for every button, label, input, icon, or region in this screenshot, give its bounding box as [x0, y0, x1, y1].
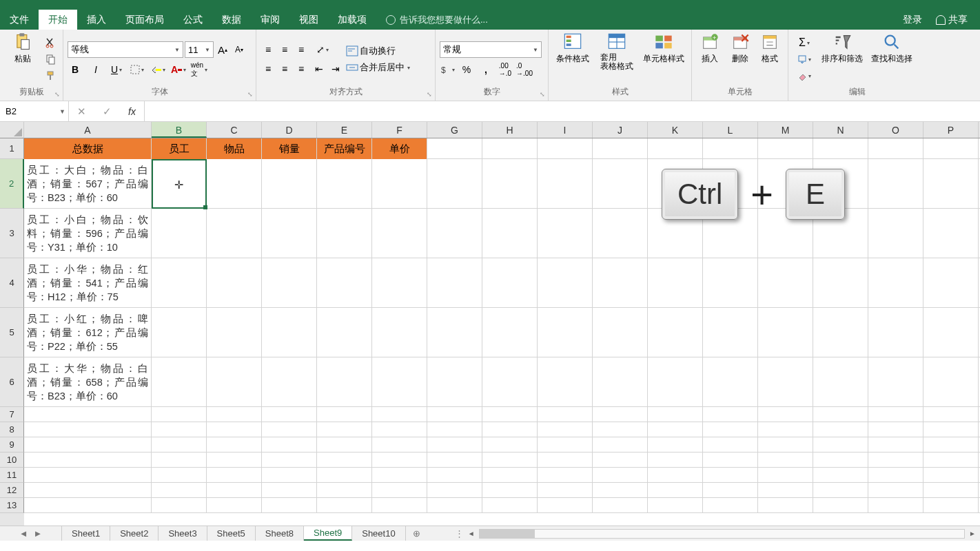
cell[interactable]	[262, 468, 317, 483]
cell[interactable]	[207, 422, 262, 437]
cell[interactable]	[648, 483, 703, 498]
cell[interactable]	[868, 453, 923, 468]
cell[interactable]	[758, 138, 813, 159]
cell[interactable]	[593, 437, 648, 453]
cell[interactable]	[207, 453, 262, 468]
cell[interactable]	[868, 468, 923, 483]
cell[interactable]	[427, 159, 482, 209]
orientation-button[interactable]: ⤢▾	[312, 42, 334, 57]
cell[interactable]	[427, 407, 482, 422]
phonetic-button[interactable]: wén文▾	[192, 62, 207, 77]
cell[interactable]	[482, 308, 538, 357]
cell[interactable]	[317, 258, 372, 308]
fill-color-button[interactable]: ▾	[150, 62, 165, 77]
cell[interactable]	[593, 209, 648, 258]
cell[interactable]: 员工：大白；物品：白酒；销量：567；产品编号：B23；单价：60	[24, 159, 152, 209]
cell[interactable]	[262, 437, 317, 453]
cell[interactable]	[703, 468, 758, 483]
cell[interactable]	[923, 498, 979, 513]
cell[interactable]	[24, 483, 152, 498]
cell[interactable]	[24, 437, 152, 453]
column-header[interactable]: K	[648, 122, 703, 138]
cell[interactable]	[703, 437, 758, 453]
insert-cells-button[interactable]: + 插入	[696, 32, 724, 86]
share-button[interactable]: 共享	[929, 10, 974, 30]
underline-button[interactable]: U▾	[109, 62, 124, 77]
cell[interactable]	[868, 437, 923, 453]
cell[interactable]	[538, 437, 593, 453]
sheet-tab[interactable]: Sheet2	[110, 526, 159, 541]
font-size-combo[interactable]: 11▼	[185, 41, 214, 58]
cell[interactable]	[648, 138, 703, 159]
increase-decimal-button[interactable]: .00→.0	[498, 62, 513, 77]
row-header[interactable]: 4	[0, 258, 24, 308]
cell[interactable]	[923, 468, 979, 483]
cell[interactable]	[317, 308, 372, 357]
row-header[interactable]: 10	[0, 453, 24, 468]
row-header[interactable]: 1	[0, 138, 24, 159]
comma-button[interactable]: ,	[478, 62, 493, 77]
italic-button[interactable]: I	[88, 62, 103, 77]
cell[interactable]	[207, 437, 262, 453]
cell[interactable]	[923, 357, 979, 407]
merge-center-button[interactable]: 合并后居中▾	[346, 61, 410, 74]
cell[interactable]	[482, 498, 538, 513]
cell[interactable]	[152, 468, 207, 483]
cell[interactable]	[538, 138, 593, 159]
cell[interactable]	[813, 308, 868, 357]
cell[interactable]	[262, 159, 317, 209]
cell[interactable]	[372, 422, 427, 437]
cell[interactable]	[207, 357, 262, 407]
cell[interactable]	[923, 483, 979, 498]
cell[interactable]	[758, 498, 813, 513]
cell[interactable]	[758, 407, 813, 422]
cell[interactable]	[703, 357, 758, 407]
cell[interactable]	[648, 209, 703, 258]
cell[interactable]	[648, 498, 703, 513]
scroll-right-icon[interactable]: ►	[968, 529, 977, 539]
cell[interactable]	[648, 308, 703, 357]
cell[interactable]	[593, 422, 648, 437]
cell[interactable]	[207, 159, 262, 209]
autosum-button[interactable]: Σ▾	[793, 35, 816, 50]
cell[interactable]	[703, 138, 758, 159]
format-painter-button[interactable]	[43, 68, 59, 83]
cell[interactable]	[813, 209, 868, 258]
cell[interactable]	[482, 159, 538, 209]
cell[interactable]	[593, 453, 648, 468]
cell[interactable]	[427, 209, 482, 258]
cell[interactable]	[372, 357, 427, 407]
paste-button[interactable]: 粘贴	[4, 32, 41, 86]
cell[interactable]	[538, 422, 593, 437]
cell[interactable]	[372, 468, 427, 483]
column-header[interactable]: B	[152, 122, 207, 138]
cell[interactable]	[372, 258, 427, 308]
cell[interactable]	[758, 437, 813, 453]
cell[interactable]	[24, 422, 152, 437]
scroll-thumb[interactable]	[480, 530, 535, 538]
tab-layout[interactable]: 页面布局	[116, 10, 174, 30]
cell[interactable]	[538, 357, 593, 407]
cell[interactable]	[538, 453, 593, 468]
cell[interactable]	[152, 437, 207, 453]
cell[interactable]	[758, 422, 813, 437]
cell[interactable]	[427, 498, 482, 513]
cell[interactable]	[758, 209, 813, 258]
tab-home[interactable]: 开始	[39, 10, 77, 30]
cell[interactable]	[813, 483, 868, 498]
find-select-button[interactable]: 查找和选择	[868, 32, 915, 86]
cell[interactable]	[868, 308, 923, 357]
cell[interactable]	[482, 407, 538, 422]
font-name-combo[interactable]: 等线▼	[68, 41, 183, 58]
cell[interactable]	[207, 468, 262, 483]
accept-formula-button[interactable]: ✓	[103, 105, 112, 118]
row-header[interactable]: 8	[0, 422, 24, 437]
cell[interactable]	[152, 209, 207, 258]
cell[interactable]	[207, 258, 262, 308]
sheet-tab[interactable]: Sheet5	[207, 526, 256, 541]
cell[interactable]	[317, 483, 372, 498]
column-header[interactable]: L	[703, 122, 758, 138]
cell[interactable]	[372, 453, 427, 468]
cell[interactable]	[648, 159, 703, 209]
column-header[interactable]: A	[24, 122, 152, 138]
